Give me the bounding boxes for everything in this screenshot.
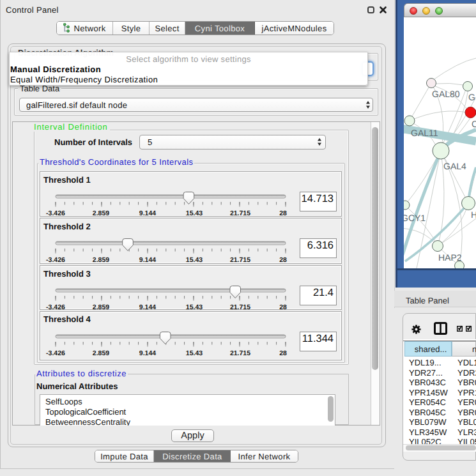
svg-text:C: C: [472, 119, 476, 129]
svg-text:GAL11: GAL11: [411, 128, 438, 138]
svg-text:28: 28: [279, 210, 287, 217]
svg-text:H: H: [471, 210, 476, 220]
svg-text:21.715: 21.715: [230, 303, 250, 311]
svg-text:HAP2: HAP2: [438, 252, 462, 263]
svg-text:2.859: 2.859: [93, 256, 109, 264]
svg-text:-3.426: -3.426: [46, 210, 65, 217]
svg-text:9.144: 9.144: [139, 349, 156, 357]
svg-text:15.43: 15.43: [186, 256, 203, 264]
svg-text:G.: G.: [468, 92, 476, 102]
svg-text:9.144: 9.144: [139, 210, 156, 217]
svg-text:2.859: 2.859: [93, 303, 109, 311]
svg-text:15.43: 15.43: [186, 349, 203, 357]
svg-text:9.144: 9.144: [139, 303, 156, 311]
svg-text:28: 28: [279, 303, 287, 311]
svg-text:2.859: 2.859: [93, 349, 109, 357]
svg-text:-3.426: -3.426: [46, 349, 65, 357]
svg-text:GCY1: GCY1: [404, 213, 426, 223]
svg-text:15.43: 15.43: [186, 303, 203, 311]
svg-text:2.859: 2.859: [93, 210, 109, 217]
svg-text:-3.426: -3.426: [46, 256, 65, 264]
svg-text:21.715: 21.715: [230, 256, 250, 264]
svg-text:GAL80: GAL80: [432, 89, 460, 99]
svg-text:GAL4: GAL4: [443, 161, 466, 171]
svg-text:28: 28: [279, 349, 287, 357]
svg-text:21.715: 21.715: [230, 349, 250, 357]
svg-text:-3.426: -3.426: [46, 303, 65, 311]
svg-text:9.144: 9.144: [139, 256, 156, 264]
svg-text:28: 28: [279, 256, 287, 264]
svg-text:15.43: 15.43: [186, 210, 203, 217]
svg-text:21.715: 21.715: [230, 210, 250, 217]
